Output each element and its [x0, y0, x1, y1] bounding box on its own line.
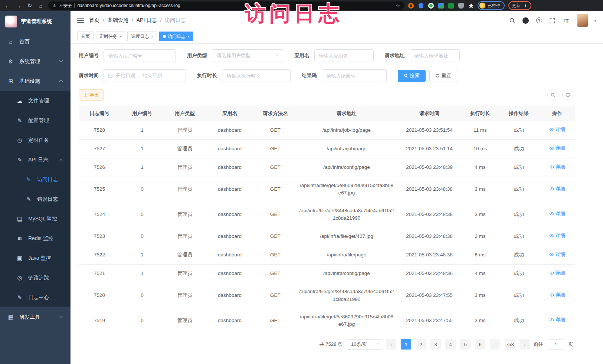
sidebar-item-scheduled-jobs[interactable]: ◷ 定时任务	[0, 130, 71, 150]
refresh-table-button[interactable]	[562, 89, 573, 101]
user-id-input[interactable]	[104, 49, 176, 62]
close-icon[interactable]: ×	[187, 34, 190, 39]
sidebar-item-error-log[interactable]: ✎ 错误日志	[0, 189, 71, 209]
page-button-753[interactable]: 753	[505, 339, 515, 350]
app-logo[interactable]: 芋道管理系统	[0, 11, 71, 32]
reset-button[interactable]: 重置	[429, 70, 457, 82]
access-log-icon: ✎	[25, 176, 32, 183]
browser-menu-icon[interactable]: ⋮	[523, 3, 528, 8]
breadcrumb-item[interactable]: 基础设施	[108, 17, 128, 24]
page-button-1[interactable]: 1	[401, 339, 411, 350]
extension-icon-6[interactable]	[458, 3, 464, 9]
range-separator: -	[138, 73, 140, 79]
sidebar-item-log-center[interactable]: ✎ 日志中心	[0, 288, 71, 307]
extension-icon-5[interactable]	[448, 3, 454, 9]
font-size-icon[interactable]: TT	[563, 17, 569, 24]
user-avatar[interactable]	[577, 14, 588, 27]
sidebar-item-infrastructure[interactable]: ⊞ 基础设施	[0, 71, 71, 91]
detail-link[interactable]: 详细	[549, 269, 566, 277]
prev-page-button[interactable]: ‹	[386, 339, 396, 350]
request-time-range-picker[interactable]: 开始日期 - 结束日期	[104, 69, 186, 82]
sidebar-item-java-monitor[interactable]: ▣ Java 监控	[0, 248, 71, 268]
close-icon[interactable]: ×	[119, 34, 121, 39]
tab-access-log[interactable]: 访问日志 ×	[159, 32, 193, 41]
back-icon[interactable]: ←	[4, 3, 11, 9]
detail-link[interactable]: 详细	[549, 251, 566, 258]
search-icon[interactable]	[509, 17, 516, 24]
close-icon[interactable]: ×	[151, 34, 153, 39]
breadcrumb-separator: /	[132, 17, 133, 23]
detail-link[interactable]: 详细	[549, 232, 566, 239]
sidebar-item-system[interactable]: ⚙ 系统管理	[0, 52, 71, 71]
sidebar-item-api-log[interactable]: ✎ API 日志	[0, 150, 71, 170]
detail-link[interactable]: 详细	[549, 316, 566, 324]
next-page-button[interactable]: ›	[520, 339, 530, 350]
extension-icon-3[interactable]	[428, 3, 434, 9]
sidebar-item-redis-monitor[interactable]: ≋ Redis 监控	[0, 229, 71, 248]
url-text[interactable]: dashboard.yudao.iocoder.cn/infra/log/api…	[77, 3, 393, 8]
search-button[interactable]: 搜索	[398, 70, 426, 82]
sidebar-item-access-log[interactable]: ✎ 访问日志	[0, 170, 71, 189]
table-row: 75250管理员dashboardGET/api/infra/file/get/…	[79, 177, 575, 202]
redis-icon: ≋	[16, 235, 23, 242]
detail-link[interactable]: 详细	[549, 291, 566, 299]
sidebar-item-config-management[interactable]: ✎ 配置管理	[0, 111, 71, 130]
sidebar-item-trace[interactable]: ◎ 链路追踪	[0, 268, 71, 288]
extension-icon-7[interactable]	[468, 3, 474, 9]
breadcrumb-item[interactable]: 首页	[89, 17, 99, 24]
reload-icon[interactable]: ↻	[26, 2, 33, 9]
sidebar-item-label: 错误日志	[37, 196, 71, 203]
help-icon[interactable]: ?	[536, 17, 543, 24]
browser-home-icon[interactable]: ⌂	[37, 3, 45, 9]
reset-label: 重置	[442, 72, 451, 79]
toggle-search-button[interactable]	[547, 89, 558, 101]
detail-link[interactable]: 详细	[549, 144, 566, 152]
page-size-value: 10条/页	[351, 341, 367, 348]
url-bar[interactable]: ⚠ 不安全 dashboard.yudao.iocoder.cn/infra/l…	[48, 1, 404, 10]
tab-scheduled-jobs[interactable]: 定时任务 ×	[96, 32, 125, 41]
more-pages-button[interactable]: ···	[490, 339, 500, 350]
browser-profile-chip[interactable]: 已暂停	[478, 1, 505, 10]
bookmark-star-icon[interactable]: ☆	[396, 3, 400, 9]
page-button-5[interactable]: 5	[460, 339, 471, 350]
tab-schedule-log[interactable]: 调度日志 ×	[127, 32, 157, 41]
fullscreen-icon[interactable]	[549, 17, 556, 24]
sidebar-item-label: Redis 监控	[28, 235, 71, 242]
detail-link[interactable]: 详细	[549, 210, 566, 217]
avatar-caret-icon[interactable]: ▾	[594, 19, 596, 23]
app-name-input[interactable]	[314, 49, 374, 62]
request-url-input[interactable]	[410, 49, 460, 62]
detail-link[interactable]: 详细	[549, 185, 566, 193]
extension-icon-4[interactable]	[438, 3, 444, 9]
duration-input[interactable]	[222, 69, 291, 82]
user-type-select[interactable]: 请选择用户类型	[212, 49, 283, 62]
tab-home[interactable]: 首页	[77, 32, 94, 41]
github-icon[interactable]	[522, 17, 529, 24]
page-button-6[interactable]: 6	[475, 339, 485, 350]
sidebar-collapse-icon[interactable]	[77, 18, 84, 23]
page-button-2[interactable]: 2	[416, 339, 426, 350]
tab-label: 访问日志	[168, 33, 186, 40]
export-button[interactable]: 导出	[79, 89, 104, 101]
sidebar-item-file-management[interactable]: ☁ 文件管理	[0, 91, 71, 111]
request-time-label: 请求时间	[79, 72, 99, 79]
page-button-3[interactable]: 3	[430, 339, 441, 350]
pagination: 共 7528 条 10条/页 ‹ 1 2 3 4 5 6 ··· 753 › 前…	[79, 339, 573, 350]
extension-icon-2[interactable]	[418, 3, 424, 9]
font-large-glyph: T	[565, 17, 568, 24]
col-user-id: 用户编号	[120, 106, 164, 121]
result-code-input[interactable]	[322, 69, 387, 82]
forward-icon[interactable]: →	[15, 3, 22, 9]
sidebar-item-mysql-monitor[interactable]: ▤ MySQL 监控	[0, 209, 71, 229]
page-size-select[interactable]: 10条/页	[347, 339, 382, 350]
table-row: 75211管理员dashboardGET/api/infra/config/pa…	[79, 264, 575, 283]
detail-link[interactable]: 详细	[549, 163, 566, 171]
sidebar-item-dev-tools[interactable]: ▦ 研发工具	[0, 307, 71, 327]
page-button-4[interactable]: 4	[445, 339, 456, 350]
jump-page-input[interactable]	[548, 339, 564, 350]
extension-icon-1[interactable]	[408, 3, 414, 9]
breadcrumb-item[interactable]: API 日志	[137, 17, 157, 24]
detail-link[interactable]: 详细	[549, 126, 566, 133]
browser-update-button[interactable]: 更新 ⋮	[508, 1, 531, 10]
sidebar-item-home[interactable]: ⌂ 首页	[0, 32, 71, 52]
